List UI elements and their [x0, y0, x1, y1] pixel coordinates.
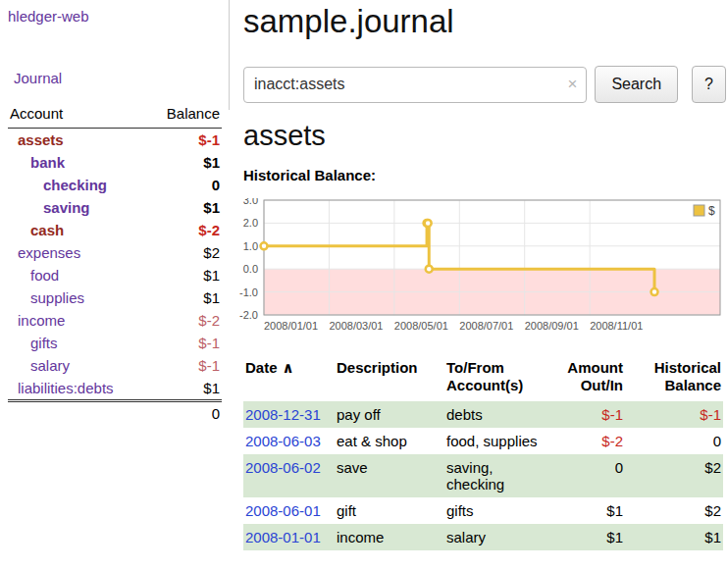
register-date-link[interactable]: 2008-12-31 — [245, 406, 321, 423]
account-balance: $1 — [147, 264, 222, 286]
register-date-cell: 2008-06-02 — [243, 454, 337, 497]
account-row: salary$-1 — [8, 354, 222, 377]
account-balance: $1 — [147, 196, 222, 219]
account-row: cash$-2 — [8, 219, 222, 241]
register-accounts: saving, checking — [446, 454, 552, 497]
register-row: 2008-06-02savesaving, checking0$2 — [243, 454, 723, 497]
account-cell: gifts — [8, 332, 147, 354]
chart-x-tick-label: 2008/03/01 — [329, 320, 383, 332]
sidebar: hledger-web Journal Account Balance asse… — [0, 0, 235, 425]
historical-balance-chart: 3.02.01.00.0-1.0-2.02008/01/012008/03/01… — [236, 198, 726, 341]
sidebar-divider — [229, 0, 230, 110]
chart-y-tick-label: -2.0 — [239, 309, 258, 321]
register-description: income — [337, 524, 446, 550]
register-amount: $1 — [552, 524, 631, 550]
account-link[interactable]: gifts — [30, 335, 58, 351]
chart-point-marker — [261, 242, 268, 249]
register-amount: $1 — [552, 497, 631, 524]
account-cell: checking — [8, 174, 147, 196]
register-description: save — [337, 454, 446, 497]
chart-y-tick-label: 2.0 — [243, 217, 258, 229]
account-balance: $-1 — [147, 129, 222, 152]
accounts-header-account: Account — [8, 102, 147, 129]
register-date-cell: 2008-12-31 — [243, 401, 337, 428]
register-date-cell: 2008-06-01 — [243, 497, 337, 524]
register-header-date[interactable]: Date∧ — [243, 357, 337, 401]
accounts-total-value: 0 — [147, 401, 222, 426]
account-link[interactable]: liabilities:debts — [18, 380, 114, 396]
chart-point-marker — [425, 220, 432, 227]
register-balance: $1 — [631, 524, 723, 550]
register-date-link[interactable]: 2008-01-01 — [245, 529, 321, 545]
account-link[interactable]: supplies — [30, 289, 84, 306]
register-description: pay off — [337, 401, 446, 428]
search-form: × Search ? — [243, 66, 726, 103]
account-balance: $-2 — [147, 219, 222, 241]
sort-ascending-icon: ∧ — [283, 359, 294, 377]
register-description: gift — [337, 497, 446, 524]
chart-y-tick-label: 1.0 — [243, 240, 258, 252]
account-row: gifts$-1 — [8, 332, 222, 354]
register-balance: $2 — [631, 497, 723, 524]
chart-title: Historical Balance: — [243, 167, 726, 184]
register-date-link[interactable]: 2008-06-03 — [245, 433, 321, 449]
accounts-header-row: Account Balance — [8, 102, 222, 129]
app-title-link[interactable]: hledger-web — [8, 8, 89, 25]
account-link[interactable]: saving — [43, 199, 90, 216]
account-balance: $1 — [147, 151, 222, 174]
page: hledger-web Journal Account Balance asse… — [0, 0, 728, 571]
app-title: hledger-web — [0, 0, 235, 25]
account-link[interactable]: income — [18, 312, 65, 329]
chart-x-tick-label: 2008/07/01 — [459, 320, 513, 332]
nav-journal-link[interactable]: Journal — [14, 70, 62, 86]
account-cell: assets — [8, 129, 147, 152]
account-row: bank$1 — [8, 151, 222, 174]
clear-search-icon[interactable]: × — [567, 75, 577, 94]
register-accounts: salary — [446, 524, 552, 550]
account-link[interactable]: checking — [43, 177, 107, 193]
search-input[interactable] — [243, 67, 587, 103]
account-cell: liabilities:debts — [8, 377, 147, 401]
register-accounts: debts — [446, 401, 552, 428]
register-row: 2008-06-01giftgifts$1$2 — [243, 497, 723, 524]
chart-point-marker — [426, 266, 433, 273]
account-row: expenses$2 — [8, 241, 222, 264]
register-amount: $-2 — [552, 428, 631, 454]
account-link[interactable]: bank — [30, 154, 65, 171]
register-balance: $2 — [631, 454, 723, 497]
register-header-description: Description — [337, 357, 446, 401]
account-balance: $1 — [147, 377, 222, 401]
account-link[interactable]: expenses — [18, 244, 80, 261]
account-link[interactable]: cash — [30, 222, 64, 238]
register-amount: $-1 — [552, 401, 631, 428]
register-row: 2008-12-31pay offdebts$-1$-1 — [243, 401, 723, 428]
chart-x-tick-label: 2008/05/01 — [394, 320, 448, 332]
register-accounts: gifts — [446, 497, 552, 524]
accounts-total-spacer — [8, 401, 147, 426]
register-date-link[interactable]: 2008-06-01 — [245, 502, 321, 519]
account-row: food$1 — [8, 264, 222, 286]
account-row: saving$1 — [8, 196, 222, 219]
register-balance: $-1 — [631, 401, 723, 428]
search-button[interactable]: Search — [595, 66, 678, 103]
register-header-amount: Amount Out/In — [552, 357, 631, 401]
register-date-link[interactable]: 2008-06-02 — [245, 459, 321, 476]
account-link[interactable]: assets — [18, 131, 64, 148]
account-link[interactable]: food — [30, 267, 59, 284]
account-balance: $1 — [147, 286, 222, 309]
account-balance: $-2 — [147, 309, 222, 332]
register-date-cell: 2008-06-03 — [243, 428, 337, 454]
account-balance: $-1 — [147, 354, 222, 377]
account-row: income$-2 — [8, 309, 222, 332]
page-title: sample.journal — [243, 3, 726, 40]
account-link[interactable]: salary — [30, 357, 70, 374]
register-header-date-label: Date — [245, 359, 278, 376]
register-table: Date∧ Description To/From Account(s) Amo… — [243, 357, 723, 550]
accounts-header-balance: Balance — [147, 102, 222, 129]
help-button[interactable]: ? — [692, 66, 726, 103]
accounts-total-row: 0 — [8, 401, 222, 426]
account-row: liabilities:debts$1 — [8, 377, 222, 401]
main-content: sample.journal × Search ? assets Histori… — [243, 0, 726, 550]
account-cell: saving — [8, 196, 147, 219]
chart-y-tick-label: 0.0 — [243, 263, 258, 275]
